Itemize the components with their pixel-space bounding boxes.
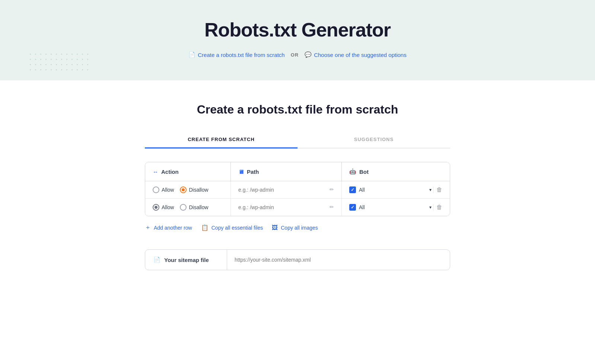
copy-essential-button[interactable]: 📋 Copy all essential files [201, 224, 263, 231]
action-row: ＋ Add another row 📋 Copy all essential f… [145, 224, 450, 232]
allow-radio-circle-2[interactable] [153, 204, 159, 211]
chat-icon: 💬 [305, 51, 312, 58]
hero-section: // Generate dots inline document.current… [0, 0, 595, 80]
chevron-down-icon-1[interactable]: ▾ [429, 187, 432, 192]
allow-radio-circle-1[interactable] [153, 186, 159, 193]
bot-select-2: All ▾ [349, 204, 432, 211]
disallow-radio-2[interactable]: Disallow [180, 204, 208, 211]
action-header: ↔ Action [145, 162, 231, 181]
main-content: Create a robots.txt file from scratch CR… [137, 80, 458, 300]
delete-row-1[interactable]: 🗑 [433, 186, 442, 193]
document-icon: 📄 [153, 256, 160, 263]
action-cell-2: Allow Disallow [145, 199, 231, 216]
radio-group-2: Allow Disallow [153, 204, 209, 211]
create-from-scratch-link[interactable]: 📄 Create a robots.txt file from scratch [188, 51, 284, 58]
allow-radio-2[interactable]: Allow [153, 204, 174, 211]
path-header: 🖥 Path [231, 162, 342, 181]
section-title: Create a robots.txt file from scratch [145, 103, 450, 116]
disallow-radio-circle-1[interactable] [180, 186, 187, 193]
sitemap-input[interactable] [227, 250, 450, 269]
delete-row-2[interactable]: 🗑 [433, 204, 442, 211]
path-cell-1: ✏ [231, 181, 342, 198]
tabs-container: CREATE FROM SCRATCH SUGGESTIONS [145, 131, 450, 149]
arrows-icon: ↔ [153, 169, 158, 175]
path-cell-2: ✏ [231, 199, 342, 216]
bot-checkbox-1[interactable] [349, 186, 356, 193]
copy-icon: 📋 [201, 224, 209, 231]
dot-decoration: // Generate dots inline document.current… [30, 54, 91, 73]
robot-icon: 🤖 [349, 168, 356, 175]
chevron-down-icon-2[interactable]: ▾ [429, 205, 432, 210]
or-divider: OR [291, 52, 299, 58]
action-cell-1: Allow Disallow [145, 181, 231, 198]
allow-radio-1[interactable]: Allow [153, 186, 174, 193]
copy-images-button[interactable]: 🖼 Copy all images [272, 224, 318, 231]
path-input-wrapper-1: ✏ [238, 186, 334, 193]
disallow-radio-circle-2[interactable] [180, 204, 187, 211]
images-icon: 🖼 [272, 224, 278, 231]
table-row: Allow Disallow ✏ All ▾ [145, 181, 450, 199]
add-row-button[interactable]: ＋ Add another row [145, 224, 192, 232]
disallow-radio-1[interactable]: Disallow [180, 186, 208, 193]
edit-icon-2: ✏ [330, 204, 334, 210]
path-input-1[interactable] [238, 187, 334, 193]
bot-cell-1: All ▾ 🗑 [342, 181, 450, 198]
plus-icon: ＋ [145, 224, 151, 232]
path-input-2[interactable] [238, 204, 334, 210]
table-header: ↔ Action 🖥 Path 🤖 Bot [145, 162, 450, 181]
page-title: Robots.txt Generator [7, 19, 588, 41]
table-row: Allow Disallow ✏ All ▾ [145, 199, 450, 216]
sitemap-label: 📄 Your sitemap file [145, 250, 227, 270]
bot-checkbox-2[interactable] [349, 204, 356, 211]
sitemap-section: 📄 Your sitemap file [145, 249, 450, 270]
bot-select-1: All ▾ [349, 186, 432, 193]
tab-suggestions[interactable]: SUGGESTIONS [298, 131, 450, 149]
bot-header: 🤖 Bot [342, 162, 450, 181]
bot-cell-2: All ▾ 🗑 [342, 199, 450, 216]
edit-icon-1: ✏ [330, 186, 334, 192]
suggestions-link[interactable]: 💬 Choose one of the suggested options [305, 51, 407, 58]
monitor-icon: 🖥 [238, 169, 244, 175]
file-icon: 📄 [188, 51, 195, 58]
tab-create-from-scratch[interactable]: CREATE FROM SCRATCH [145, 131, 298, 149]
hero-links: 📄 Create a robots.txt file from scratch … [7, 51, 588, 58]
rule-table: ↔ Action 🖥 Path 🤖 Bot Allow [145, 162, 450, 216]
path-input-wrapper-2: ✏ [238, 204, 334, 211]
radio-group-1: Allow Disallow [153, 186, 209, 193]
